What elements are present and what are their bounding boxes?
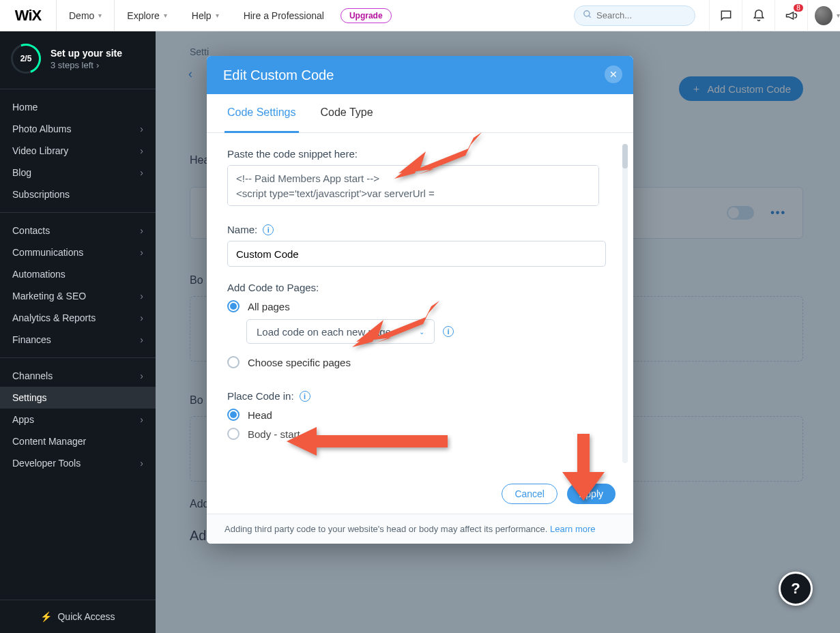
- radio-checked-icon: [227, 409, 240, 421]
- progress-ring: 2/5: [11, 44, 41, 74]
- search-input[interactable]: [574, 5, 695, 26]
- nav-contacts[interactable]: Contacts: [0, 220, 156, 241]
- nav-group-3: Channels Settings Apps Content Manager D…: [0, 358, 156, 481]
- info-icon[interactable]: i: [263, 224, 274, 235]
- topbar: WiX Demo▾ Explore▾ Help▾ Hire a Professi…: [0, 0, 840, 31]
- chevron-down-icon: ▾: [837, 12, 840, 19]
- chat-icon[interactable]: [709, 0, 742, 31]
- radio-checked-icon: [227, 300, 240, 312]
- annotation-arrow-2: [352, 297, 441, 354]
- modal-tabs: Code Settings Code Type: [207, 94, 633, 133]
- svg-marker-7: [562, 434, 605, 501]
- help-fab[interactable]: ?: [779, 572, 813, 606]
- nav-photo-albums[interactable]: Photo Albums: [0, 118, 156, 140]
- name-label: Name: i: [227, 224, 615, 235]
- nav-marketing-seo[interactable]: Marketing & SEO: [0, 285, 156, 307]
- nav-developer-tools[interactable]: Developer Tools: [0, 452, 156, 474]
- radio-empty-icon: [227, 356, 240, 368]
- annotation-arrow-4: [560, 434, 607, 505]
- svg-marker-6: [287, 427, 448, 456]
- close-icon[interactable]: ✕: [605, 65, 622, 83]
- chevron-down-icon: ▾: [164, 12, 167, 19]
- nav-channels[interactable]: Channels: [0, 365, 156, 387]
- sidebar: 2/5 Set up your site 3 steps left› Home …: [0, 31, 156, 633]
- notification-badge: 8: [794, 4, 803, 12]
- scroll-thumb[interactable]: [622, 144, 628, 168]
- setup-title: Set up your site: [50, 48, 122, 59]
- nav-video-library[interactable]: Video Library: [0, 140, 156, 162]
- chevron-down-icon: ▾: [216, 12, 219, 19]
- info-icon[interactable]: i: [300, 391, 310, 402]
- name-input[interactable]: [227, 241, 606, 267]
- nav-content-manager[interactable]: Content Manager: [0, 430, 156, 452]
- modal-header: Edit Custom Code ✕: [207, 56, 633, 94]
- hire-link[interactable]: Hire a Professional: [231, 0, 336, 31]
- nav-settings[interactable]: Settings: [0, 387, 156, 409]
- nav-communications[interactable]: Communications: [0, 241, 156, 263]
- setup-subtitle: 3 steps left›: [50, 60, 122, 70]
- learn-more-link[interactable]: Learn more: [550, 524, 595, 534]
- bell-icon[interactable]: [742, 0, 774, 31]
- search-icon: [583, 10, 592, 22]
- upgrade-button[interactable]: Upgrade: [341, 8, 392, 23]
- nav-subscriptions[interactable]: Subscriptions: [0, 183, 156, 205]
- nav-blog[interactable]: Blog: [0, 162, 156, 183]
- nav-automations[interactable]: Automations: [0, 263, 156, 285]
- radio-empty-icon: [227, 428, 240, 440]
- modal-footer-note: Adding third party code to your website'…: [207, 514, 633, 544]
- announce-icon[interactable]: 8: [774, 0, 807, 31]
- nav-analytics-reports[interactable]: Analytics & Reports: [0, 307, 156, 329]
- cancel-button[interactable]: Cancel: [502, 484, 557, 504]
- chevron-down-icon: ▾: [98, 12, 102, 19]
- wix-logo[interactable]: WiX: [0, 0, 57, 31]
- nav-group-1: Home Photo Albums Video Library Blog Sub…: [0, 89, 156, 213]
- modal-title: Edit Custom Code: [223, 68, 334, 83]
- quick-access[interactable]: ⚡ Quick Access: [0, 600, 156, 633]
- radio-specific-pages[interactable]: Choose specific pages: [227, 356, 615, 368]
- svg-line-1: [589, 15, 591, 17]
- setup-card[interactable]: 2/5 Set up your site 3 steps left›: [0, 31, 156, 89]
- nav-group-2: Contacts Communications Automations Mark…: [0, 213, 156, 358]
- scrollbar[interactable]: [622, 144, 628, 463]
- nav-home[interactable]: Home: [0, 96, 156, 118]
- svg-point-0: [584, 10, 590, 16]
- avatar: [815, 6, 832, 25]
- radio-head[interactable]: Head: [227, 409, 615, 421]
- user-menu[interactable]: ▾: [807, 0, 840, 31]
- info-icon[interactable]: i: [443, 326, 454, 337]
- help-menu[interactable]: Help▾: [179, 0, 231, 31]
- tab-code-settings[interactable]: Code Settings: [225, 94, 299, 133]
- tab-code-type[interactable]: Code Type: [318, 94, 376, 132]
- nav-finances[interactable]: Finances: [0, 329, 156, 351]
- site-selector[interactable]: Demo▾: [57, 0, 115, 31]
- annotation-arrow-1: [394, 128, 483, 186]
- nav-apps[interactable]: Apps: [0, 409, 156, 430]
- annotation-arrow-3: [287, 424, 450, 461]
- add-pages-label: Add Code to Pages:: [227, 282, 615, 293]
- place-code-label: Place Code in: i: [227, 390, 615, 402]
- lightning-icon: ⚡: [40, 611, 52, 622]
- explore-menu[interactable]: Explore▾: [115, 0, 179, 31]
